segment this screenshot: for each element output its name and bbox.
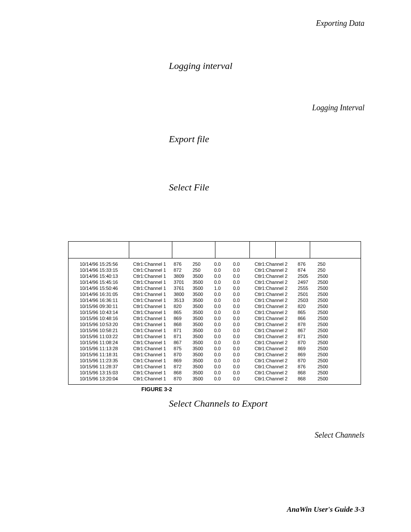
- table-cell: 0.0: [233, 315, 255, 321]
- table-cell: 10/15/96 09:30:11: [80, 303, 133, 309]
- table-cell: 872: [174, 364, 193, 370]
- table-cell: 10/15/96 13:20:04: [80, 376, 133, 382]
- running-head: Exporting Data: [316, 19, 365, 28]
- table-row: 10/14/96 15:33:15Ctlr1:Channel 18722500.…: [80, 267, 361, 273]
- table-cell: Ctlr1:Channel 2: [255, 376, 298, 382]
- table-cell: 2500: [318, 327, 335, 333]
- table-cell: Ctlr1:Channel 2: [255, 273, 298, 279]
- table-cell: 0.0: [214, 364, 233, 370]
- table-cell: 0.0: [233, 297, 255, 303]
- table-cell: 3500: [193, 376, 214, 382]
- table-cell: Ctlr1:Channel 2: [255, 267, 298, 273]
- table-row: 10/14/96 15:40:13Ctlr1:Channel 138093500…: [80, 273, 361, 279]
- table-cell: 0.0: [214, 376, 233, 382]
- table-cell: Ctlr1:Channel 1: [133, 285, 174, 291]
- table-cell: 10/15/96 11:08:24: [80, 339, 133, 345]
- table-cell: 3500: [193, 327, 214, 333]
- table-cell: 10/14/96 15:33:15: [80, 267, 133, 273]
- table-cell: 2505: [298, 273, 318, 279]
- table-row: 10/15/96 10:58:21Ctlr1:Channel 187135000…: [80, 327, 361, 333]
- table-cell: Ctlr1:Channel 2: [255, 327, 298, 333]
- table-cell: Ctlr1:Channel 1: [133, 291, 174, 297]
- table-cell: 2500: [318, 291, 335, 297]
- table-row: 10/15/96 10:43:14Ctlr1:Channel 186535000…: [80, 309, 361, 315]
- table-cell: 868: [174, 370, 193, 376]
- table-cell: 0.0: [214, 297, 233, 303]
- table-cell: 0.0: [214, 315, 233, 321]
- section-export-file: Export file: [169, 134, 209, 145]
- table-header-row: [68, 242, 361, 258]
- table-cell: 871: [298, 333, 318, 339]
- table-cell: 0.0: [233, 333, 255, 339]
- table-cell: 3500: [193, 339, 214, 345]
- page: Exporting Data Logging interval Logging …: [0, 0, 411, 532]
- table-cell: 875: [174, 345, 193, 352]
- table-cell: 0.0: [214, 333, 233, 339]
- table-cell: Ctlr1:Channel 2: [255, 309, 298, 315]
- table-cell: 866: [298, 315, 318, 321]
- table-cell: 2500: [318, 279, 335, 285]
- table-cell: 0.0: [233, 285, 255, 291]
- table-cell: 0.0: [233, 273, 255, 279]
- table-cell: 867: [174, 339, 193, 345]
- table-cell: 870: [174, 352, 193, 358]
- table-cell: 2500: [318, 321, 335, 327]
- table-cell: 0.0: [214, 261, 233, 267]
- table-cell: Ctlr1:Channel 2: [255, 339, 298, 345]
- table-cell: 10/15/96 11:03:22: [80, 333, 133, 339]
- table-cell: 0.0: [233, 339, 255, 345]
- table-cell: 0.0: [233, 279, 255, 285]
- table-cell: 3701: [174, 279, 193, 285]
- table-cell: 865: [298, 309, 318, 315]
- table-cell: 0.0: [214, 321, 233, 327]
- table-row: 10/15/96 10:53:20Ctlr1:Channel 186835000…: [80, 321, 361, 327]
- section-logging-interval: Logging interval: [169, 60, 232, 72]
- table-cell: Ctlr1:Channel 2: [255, 315, 298, 321]
- table-cell: Ctlr1:Channel 1: [133, 315, 174, 321]
- table-body: 10/14/96 15:25:56Ctlr1:Channel 18762500.…: [68, 258, 361, 384]
- table-cell: 2555: [298, 285, 318, 291]
- table-cell: Ctlr1:Channel 1: [133, 303, 174, 309]
- table-row: 10/15/96 11:13:28Ctlr1:Channel 187535000…: [80, 345, 361, 352]
- export-data-table: 10/14/96 15:25:56Ctlr1:Channel 18762500.…: [68, 241, 361, 385]
- section-select-file: Select File: [169, 182, 209, 193]
- table-cell: Ctlr1:Channel 1: [133, 309, 174, 315]
- table-cell: 3800: [174, 291, 193, 297]
- table-cell: 0.0: [214, 370, 233, 376]
- table-cell: 10/15/96 11:18:31: [80, 352, 133, 358]
- table-cell: 250: [193, 261, 214, 267]
- table-cell: 10/15/96 10:48:16: [80, 315, 133, 321]
- table-row: 10/14/96 15:25:56Ctlr1:Channel 18762500.…: [80, 261, 361, 267]
- table-cell: 0.0: [233, 345, 255, 352]
- table-cell: Ctlr1:Channel 2: [255, 364, 298, 370]
- table-cell: 10/14/96 15:45:16: [80, 279, 133, 285]
- table-cell: 10/14/96 16:31:05: [80, 291, 133, 297]
- table-row: 10/15/96 11:03:22Ctlr1:Channel 187135000…: [80, 333, 361, 339]
- table-cell: Ctlr1:Channel 2: [255, 279, 298, 285]
- table-cell: Ctlr1:Channel 1: [133, 370, 174, 376]
- table-cell: Ctlr1:Channel 1: [133, 345, 174, 352]
- table-cell: Ctlr1:Channel 2: [255, 352, 298, 358]
- table-cell: 0.0: [233, 376, 255, 382]
- table-cell: 870: [298, 339, 318, 345]
- table-cell: 870: [298, 358, 318, 364]
- table-cell: 3500: [193, 321, 214, 327]
- table-cell: 3500: [193, 364, 214, 370]
- side-label-select-channels: Select Channels: [315, 431, 364, 440]
- table-cell: 2500: [318, 358, 335, 364]
- table-cell: 3761: [174, 285, 193, 291]
- table-cell: 10/15/96 11:28:37: [80, 364, 133, 370]
- table-cell: 10/14/96 16:36:11: [80, 297, 133, 303]
- table-cell: Ctlr1:Channel 1: [133, 297, 174, 303]
- table-cell: 2500: [318, 364, 335, 370]
- table-row: 10/15/96 11:23:35Ctlr1:Channel 186935000…: [80, 358, 361, 364]
- table-cell: 3500: [193, 279, 214, 285]
- table-cell: 869: [298, 345, 318, 352]
- table-cell: 0.0: [233, 261, 255, 267]
- table-cell: 869: [298, 352, 318, 358]
- table-cell: 2497: [298, 279, 318, 285]
- table-cell: Ctlr1:Channel 1: [133, 267, 174, 273]
- table-cell: 3500: [193, 333, 214, 339]
- table-cell: 871: [174, 333, 193, 339]
- table-cell: 0.0: [214, 358, 233, 364]
